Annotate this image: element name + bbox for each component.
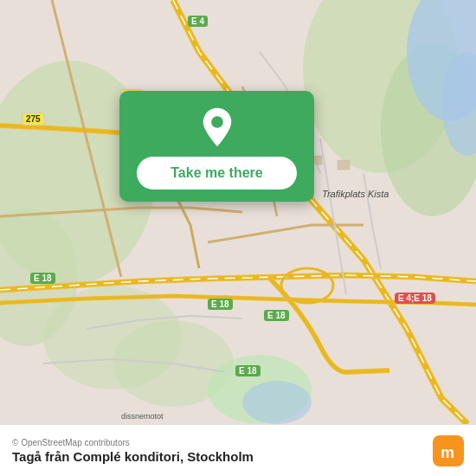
- copyright-text: © OpenStreetMap contributors: [12, 438, 254, 447]
- map-container: E 4 275 275 E 18 E 18 E 18 E 18 E 4;E 18…: [0, 0, 476, 424]
- moovit-logo: m: [433, 435, 464, 466]
- bottom-left: © OpenStreetMap contributors Tagå från C…: [12, 438, 254, 464]
- road-badge-275-left: 275: [22, 113, 45, 125]
- trafikplats-kista-label: Trafikplats Kista: [322, 189, 389, 199]
- svg-rect-16: [338, 160, 350, 170]
- road-badge-e4-top: E 4: [188, 16, 208, 27]
- svg-point-17: [211, 116, 223, 128]
- road-badge-e18-mid: E 18: [208, 299, 233, 310]
- road-badge-e18-bottom: E 18: [235, 365, 261, 376]
- bottom-bar: © OpenStreetMap contributors Tagå från C…: [0, 424, 476, 476]
- popup-card: Take me there: [119, 91, 314, 202]
- location-pin-icon: [196, 106, 238, 148]
- location-title: Tagå från Complé konditori, Stockholm: [12, 449, 254, 464]
- map-svg: [0, 0, 476, 424]
- road-badge-e18-right: E 18: [264, 310, 289, 321]
- svg-point-10: [242, 381, 312, 424]
- moovit-icon: m: [433, 435, 464, 466]
- svg-text:m: m: [441, 444, 454, 461]
- road-badge-e4-e18: E 4;E 18: [395, 293, 435, 304]
- road-badge-e18-left: E 18: [30, 273, 55, 284]
- map-attribution-partial: dissnemotot: [121, 412, 164, 421]
- take-me-there-button[interactable]: Take me there: [137, 157, 297, 190]
